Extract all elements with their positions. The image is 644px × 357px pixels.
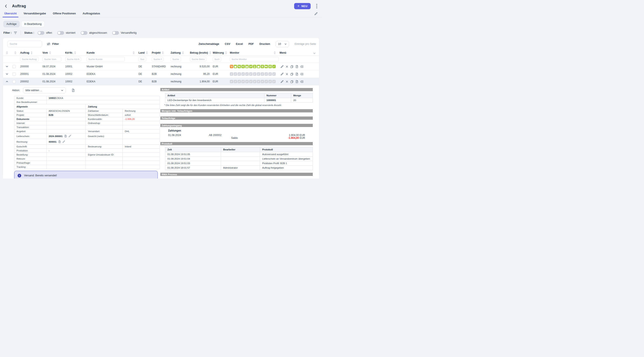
delete-button[interactable] (285, 65, 288, 68)
monitor-check-icon[interactable]: ✓ (253, 80, 256, 83)
export-drucken[interactable]: Drucken (260, 43, 270, 46)
monitor-check-icon[interactable]: ✓ (238, 72, 241, 76)
column-search-input[interactable] (213, 57, 221, 62)
delete-button[interactable] (285, 73, 288, 76)
toggle-abgeschlossen[interactable] (80, 31, 88, 35)
person-icon[interactable] (253, 65, 256, 68)
column-header-projekt[interactable]: Projekt (151, 51, 170, 54)
pdf-button[interactable] (295, 65, 298, 68)
sort-icon[interactable] (49, 51, 51, 54)
column-search-input[interactable] (152, 57, 163, 62)
export-excel[interactable]: Excel (236, 43, 243, 46)
sort-icon[interactable] (209, 51, 211, 54)
stamp-icon[interactable]: ▣ (234, 65, 237, 68)
column-header-kd-nr.[interactable]: Kd-Nr. (65, 51, 86, 54)
export-pdf[interactable]: PDF (248, 43, 254, 46)
toggle-Versandfertig[interactable] (112, 31, 119, 35)
monitor-check-icon[interactable]: ✓ (268, 80, 272, 83)
check-icon[interactable]: ✓ (272, 65, 276, 68)
column-search-input[interactable] (42, 57, 61, 62)
toggle-storniert[interactable] (57, 31, 64, 35)
column-header-kunde[interactable]: Kunde (86, 51, 138, 54)
save-icon[interactable]: ▦ (257, 65, 260, 68)
column-search-input[interactable] (65, 57, 81, 62)
view-button-in-bearbeitung[interactable]: in Bearbeitung (21, 21, 44, 27)
column-search-input[interactable] (190, 57, 206, 62)
delete-button[interactable] (285, 80, 288, 83)
pdf-button[interactable] (295, 80, 298, 83)
aktion-select[interactable]: bitte wählen ... (23, 87, 66, 93)
add-tag-button[interactable] (300, 73, 303, 76)
sort-icon[interactable] (225, 51, 227, 54)
toggle-offen[interactable] (38, 31, 44, 35)
sort-icon[interactable] (14, 51, 16, 54)
sort-icon[interactable] (182, 51, 184, 54)
column-header-auftrag[interactable]: Auftrag (20, 51, 42, 54)
tab-übersicht[interactable]: Übersicht (4, 12, 18, 17)
sort-icon[interactable] (6, 51, 8, 54)
edit-icon[interactable] (314, 12, 318, 16)
expand-row-icon[interactable] (3, 73, 11, 75)
sort-icon[interactable] (74, 51, 76, 54)
page-size-select[interactable]: 10 (276, 41, 289, 47)
truck-icon[interactable] (264, 65, 268, 68)
new-button[interactable]: + NEU (294, 3, 311, 9)
column-search-input[interactable] (86, 57, 125, 62)
row-checkbox[interactable] (12, 73, 16, 76)
column-search-input[interactable] (230, 57, 279, 62)
monitor-check-icon[interactable]: ✓ (264, 72, 268, 76)
pencil-icon[interactable] (68, 135, 71, 138)
copy-button[interactable] (290, 80, 294, 83)
card-icon[interactable]: ▤ (245, 65, 249, 68)
monitor-check-icon[interactable]: ✓ (257, 80, 260, 83)
column-header-land[interactable]: Land (138, 51, 151, 54)
monitor-check-icon[interactable]: ✓ (242, 72, 245, 76)
column-header-zahlung[interactable]: Zahlung (170, 51, 190, 54)
monitor-check-icon[interactable]: ✓ (234, 72, 237, 76)
sort-icon[interactable] (31, 51, 32, 54)
pdf-icon[interactable] (64, 135, 67, 138)
back-button[interactable] (4, 4, 8, 9)
export-csv[interactable]: CSV (225, 43, 230, 46)
search-input[interactable] (7, 41, 42, 47)
percent-icon[interactable]: % (238, 65, 241, 68)
chevron-down-icon[interactable] (313, 52, 316, 54)
sort-icon[interactable] (133, 51, 135, 54)
add-tag-button[interactable] (300, 80, 303, 83)
monitor-check-icon[interactable]: ✓ (253, 72, 256, 76)
globe-check-icon[interactable] (268, 65, 272, 68)
expand-row-icon[interactable] (3, 66, 11, 67)
copy-button[interactable] (290, 73, 294, 76)
monitor-check-icon[interactable]: ✓ (264, 80, 268, 83)
edit-button[interactable] (280, 65, 284, 68)
monitor-check-icon[interactable]: ✓ (245, 72, 249, 76)
pdf-button[interactable] (295, 73, 298, 76)
monitor-check-icon[interactable]: ✓ (261, 72, 264, 76)
monitor-check-icon[interactable]: ✓ (257, 72, 260, 76)
copy-button[interactable] (290, 65, 294, 68)
column-search-input[interactable] (171, 57, 181, 62)
dollar-doc-icon[interactable]: S (261, 65, 264, 68)
monitor-check-icon[interactable]: ✓ (261, 80, 264, 83)
edit-button[interactable] (280, 80, 284, 83)
tab-versandübergabe[interactable]: Versandübergabe (23, 12, 47, 17)
collapse-row-icon[interactable] (3, 81, 11, 82)
kebab-menu-icon[interactable] (315, 4, 318, 9)
sort-icon[interactable] (146, 51, 148, 54)
sort-icon[interactable] (162, 51, 164, 54)
column-header-betrag (brutto)[interactable]: Betrag (brutto) (190, 51, 212, 54)
add-tag-button[interactable] (300, 65, 303, 68)
sort-icon[interactable] (274, 51, 276, 54)
column-search-input[interactable] (20, 57, 38, 62)
monitor-check-icon[interactable]: ✓ (249, 80, 252, 83)
monitor-check-icon[interactable]: ✓ (268, 72, 272, 76)
pdf-icon[interactable] (72, 89, 75, 92)
export-zwischenablage[interactable]: Zwischenablage (198, 43, 219, 46)
cart-icon[interactable] (230, 65, 233, 68)
monitor-check-icon[interactable]: ✓ (242, 80, 245, 83)
column-search-input[interactable] (138, 57, 146, 62)
tab-auftragstatus[interactable]: Auftragstatus (82, 12, 101, 17)
monitor-check-icon[interactable]: ✓ (230, 72, 233, 76)
euro-icon[interactable]: € (242, 65, 245, 68)
monitor-check-icon[interactable]: ✓ (272, 80, 276, 83)
